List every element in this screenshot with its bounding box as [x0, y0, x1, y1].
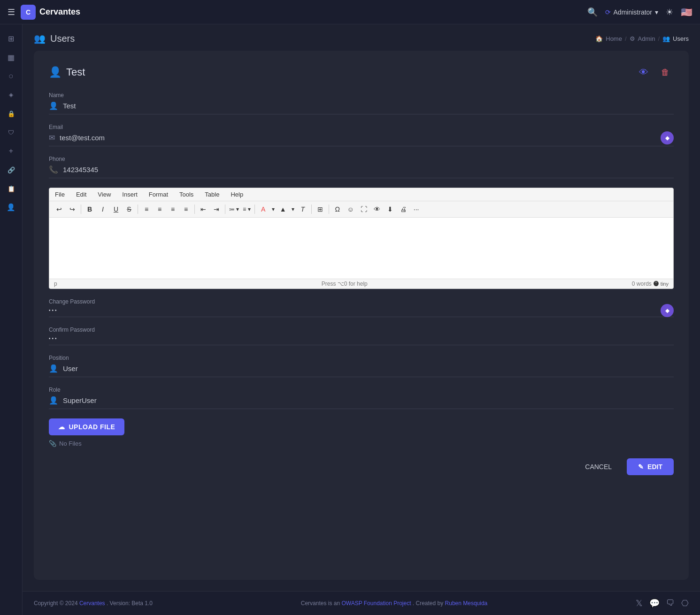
menu-table[interactable]: Table — [203, 190, 221, 199]
role-label: Role — [49, 387, 674, 393]
role-value: SuperUser — [63, 396, 674, 404]
sidebar-item-clipboard[interactable]: 📋 — [3, 180, 20, 197]
sidebar-item-box[interactable]: 🛡 — [3, 124, 20, 141]
table-button[interactable]: ⊞ — [314, 203, 326, 215]
discord-icon[interactable]: 💬 — [649, 598, 660, 608]
text-color-button[interactable]: A — [257, 203, 269, 215]
menu-help[interactable]: Help — [229, 190, 245, 199]
phone-input[interactable] — [63, 166, 674, 174]
editor-content[interactable] — [49, 218, 673, 279]
user-card: 👤 Test 👁 🗑 Name 👤 Email — [34, 51, 689, 580]
view-button[interactable]: 👁 — [635, 64, 652, 81]
menu-format[interactable]: Format — [147, 190, 170, 199]
indent-button[interactable]: ⇥ — [210, 203, 223, 215]
hamburger-menu-button[interactable]: ☰ — [8, 7, 15, 17]
card-actions-bottom: CANCEL ✎ EDIT — [49, 458, 674, 475]
no-files-label: 📎 No Files — [49, 440, 674, 447]
email-verified-icon: ◆ — [661, 131, 674, 144]
emoji-button[interactable]: ☺ — [345, 203, 357, 215]
align-left-button[interactable]: ≡ — [140, 203, 153, 215]
role-field: 👤 SuperUser — [49, 396, 674, 409]
highlight-button[interactable]: ▲ — [277, 203, 289, 215]
footer-owasp-link[interactable]: OWASP Foundation Project — [341, 600, 411, 607]
fullscreen-button[interactable]: ⛶ — [358, 203, 370, 215]
password-field: ••• ◆ — [49, 308, 674, 317]
unordered-list-dropdown[interactable]: ≡ ▾ — [241, 206, 252, 213]
print-button[interactable]: 🖨 — [397, 203, 409, 215]
email-input[interactable] — [60, 134, 674, 142]
clear-format-button[interactable]: T — [297, 203, 309, 215]
align-right-button[interactable]: ≡ — [167, 203, 179, 215]
editor-menubar: File Edit View Insert Format Tools Table… — [49, 188, 673, 201]
outdent-button[interactable]: ⇤ — [197, 203, 209, 215]
rich-text-editor[interactable]: File Edit View Insert Format Tools Table… — [49, 188, 674, 289]
name-input[interactable] — [63, 102, 674, 110]
underline-button[interactable]: U — [110, 203, 122, 215]
role-field-icon: 👤 — [49, 396, 58, 405]
breadcrumb-admin[interactable]: Admin — [638, 35, 655, 42]
clip-icon: 📎 — [49, 440, 56, 447]
menu-file[interactable]: File — [53, 190, 67, 199]
navbar: ☰ C Cervantes 🔍 ⟳ Administrator ▾ ☀ 🇺🇸 — [0, 0, 700, 24]
bold-button[interactable]: B — [84, 203, 96, 215]
footer-cervantes-link[interactable]: Cervantes — [79, 600, 105, 607]
footer-left: Copyright © 2024 Cervantes . Version: Be… — [34, 600, 153, 607]
menu-tools[interactable]: Tools — [177, 190, 195, 199]
sidebar-item-grid[interactable]: ⊞ — [3, 30, 20, 47]
menu-insert[interactable]: Insert — [120, 190, 139, 199]
password-visibility-icon[interactable]: ◆ — [661, 304, 674, 317]
toolbar-sep4 — [225, 205, 225, 214]
special-chars-button[interactable]: Ω — [331, 203, 344, 215]
sidebar-item-users[interactable]: 👤 — [3, 199, 20, 216]
password-dots: ••• — [49, 308, 58, 313]
more-button[interactable]: ··· — [410, 203, 423, 215]
footer-center: Cervantes is an OWASP Foundation Project… — [301, 600, 488, 607]
sidebar-item-calendar[interactable]: ▦ — [3, 49, 20, 66]
undo-button[interactable]: ↩ — [53, 203, 65, 215]
sidebar-item-dot1[interactable]: ⬡ — [3, 68, 20, 84]
ordered-list-dropdown[interactable]: ≔ ▾ — [228, 206, 240, 213]
card-title: 👤 Test — [49, 66, 85, 78]
breadcrumb-sep2: / — [658, 35, 660, 42]
upload-button-label: UPLOAD FILE — [69, 423, 115, 431]
sidebar-item-lock[interactable]: 🔒 — [3, 105, 20, 122]
edit-button[interactable]: ✎ EDIT — [627, 458, 674, 475]
search-button[interactable]: 🔍 — [587, 7, 598, 17]
preview-button[interactable]: 👁 — [371, 203, 383, 215]
home-icon: 🏠 — [595, 35, 603, 42]
redo-button[interactable]: ↪ — [66, 203, 78, 215]
align-center-button[interactable]: ≡ — [154, 203, 166, 215]
confirm-password-dots: ••• — [49, 336, 58, 341]
cancel-button[interactable]: CANCEL — [576, 458, 621, 475]
twitter-icon[interactable]: 𝕏 — [636, 598, 643, 608]
menu-view[interactable]: View — [96, 190, 113, 199]
highlight-dropdown[interactable]: ▾ — [290, 206, 296, 213]
footer-author-link[interactable]: Ruben Mesquida — [445, 600, 488, 607]
text-color-dropdown[interactable]: ▾ — [270, 206, 276, 213]
phone-field-group: Phone 📞 — [49, 156, 674, 178]
sidebar-item-plus[interactable]: + — [3, 143, 20, 159]
delete-button[interactable]: 🗑 — [657, 64, 674, 81]
role-field-group: Role 👤 SuperUser — [49, 387, 674, 409]
github-icon[interactable]: ⎔ — [681, 598, 689, 608]
upload-file-button[interactable]: ☁ UPLOAD FILE — [49, 418, 124, 435]
page-title: Users — [50, 33, 75, 44]
editor-footer: p Press ⌥0 for help 0 words 🅣 tiny — [49, 279, 673, 289]
menu-edit[interactable]: Edit — [74, 190, 88, 199]
page-header: 👥 Users 🏠 Home / ⚙ Admin / 👥 Users — [23, 24, 700, 51]
align-justify-button[interactable]: ≡ — [180, 203, 192, 215]
toolbar-sep5 — [254, 205, 255, 214]
strikethrough-button[interactable]: S — [123, 203, 135, 215]
admin-menu[interactable]: ⟳ Administrator ▾ — [605, 8, 658, 16]
chat-icon[interactable]: 🗨 — [666, 598, 675, 608]
sidebar-item-dot2[interactable]: ◈ — [3, 86, 20, 103]
email-field: ✉ ◆ — [49, 133, 674, 146]
position-label: Position — [49, 355, 674, 361]
footer-middle-text2: . Created by — [413, 600, 445, 607]
save-button[interactable]: ⬇ — [384, 203, 396, 215]
theme-toggle-button[interactable]: ☀ — [666, 7, 673, 17]
italic-button[interactable]: I — [97, 203, 109, 215]
language-flag[interactable]: 🇺🇸 — [681, 7, 692, 18]
breadcrumb-home[interactable]: Home — [606, 35, 622, 42]
sidebar-item-link[interactable]: 🔗 — [3, 161, 20, 178]
